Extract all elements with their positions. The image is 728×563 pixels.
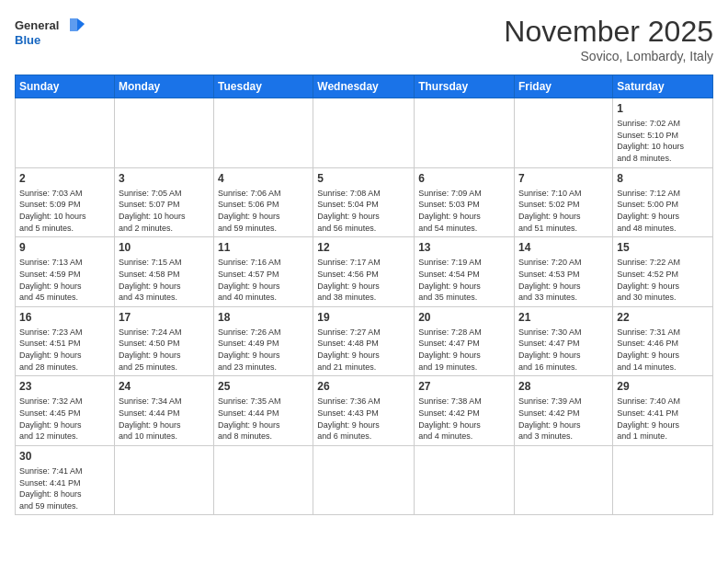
day-info: Sunrise: 7:19 AM Sunset: 4:54 PM Dayligh… — [418, 257, 510, 303]
month-title: November 2025 — [504, 15, 713, 49]
calendar-cell — [313, 98, 415, 168]
day-info: Sunrise: 7:05 AM Sunset: 5:07 PM Dayligh… — [119, 188, 210, 234]
calendar-cell — [515, 445, 613, 515]
page-header: General Blue November 2025 Sovico, Lomba… — [15, 15, 713, 63]
day-number: 25 — [218, 379, 309, 394]
day-number: 4 — [218, 171, 309, 186]
day-info: Sunrise: 7:26 AM Sunset: 4:49 PM Dayligh… — [218, 327, 309, 373]
calendar-cell: 21Sunrise: 7:30 AM Sunset: 4:47 PM Dayli… — [515, 306, 613, 376]
day-number: 20 — [418, 310, 510, 325]
day-info: Sunrise: 7:15 AM Sunset: 4:58 PM Dayligh… — [119, 257, 210, 303]
day-number: 24 — [119, 379, 210, 394]
calendar-cell: 25Sunrise: 7:35 AM Sunset: 4:44 PM Dayli… — [214, 376, 313, 446]
calendar-cell: 7Sunrise: 7:10 AM Sunset: 5:02 PM Daylig… — [515, 167, 613, 237]
svg-text:Blue: Blue — [15, 33, 40, 47]
day-info: Sunrise: 7:02 AM Sunset: 5:10 PM Dayligh… — [617, 118, 709, 164]
calendar-week-row: 23Sunrise: 7:32 AM Sunset: 4:45 PM Dayli… — [16, 376, 713, 446]
day-number: 15 — [617, 240, 709, 255]
day-number: 5 — [317, 171, 410, 186]
svg-rect-3 — [70, 18, 77, 31]
calendar-cell — [214, 445, 313, 515]
svg-marker-2 — [77, 18, 85, 31]
location: Sovico, Lombardy, Italy — [504, 49, 713, 63]
calendar-cell: 3Sunrise: 7:05 AM Sunset: 5:07 PM Daylig… — [114, 167, 213, 237]
day-number: 12 — [317, 240, 410, 255]
day-header-monday: Monday — [114, 75, 213, 98]
calendar-week-row: 9Sunrise: 7:13 AM Sunset: 4:59 PM Daylig… — [16, 237, 713, 307]
day-info: Sunrise: 7:13 AM Sunset: 4:59 PM Dayligh… — [19, 257, 110, 303]
day-number: 26 — [317, 379, 410, 394]
day-info: Sunrise: 7:22 AM Sunset: 4:52 PM Dayligh… — [617, 257, 709, 303]
calendar-cell: 6Sunrise: 7:09 AM Sunset: 5:03 PM Daylig… — [415, 167, 515, 237]
day-info: Sunrise: 7:39 AM Sunset: 4:42 PM Dayligh… — [518, 396, 609, 442]
day-info: Sunrise: 7:31 AM Sunset: 4:46 PM Dayligh… — [617, 327, 709, 373]
day-number: 18 — [218, 310, 309, 325]
calendar-cell: 2Sunrise: 7:03 AM Sunset: 5:09 PM Daylig… — [16, 167, 115, 237]
day-number: 30 — [19, 449, 110, 464]
day-number: 2 — [19, 171, 110, 186]
day-info: Sunrise: 7:38 AM Sunset: 4:42 PM Dayligh… — [418, 396, 510, 442]
calendar-cell — [415, 445, 515, 515]
calendar-cell — [613, 445, 713, 515]
calendar-cell: 11Sunrise: 7:16 AM Sunset: 4:57 PM Dayli… — [214, 237, 313, 307]
day-info: Sunrise: 7:09 AM Sunset: 5:03 PM Dayligh… — [418, 188, 510, 234]
calendar-cell: 18Sunrise: 7:26 AM Sunset: 4:49 PM Dayli… — [214, 306, 313, 376]
day-number: 14 — [518, 240, 609, 255]
day-number: 8 — [617, 171, 709, 186]
day-info: Sunrise: 7:16 AM Sunset: 4:57 PM Dayligh… — [218, 257, 309, 303]
day-info: Sunrise: 7:32 AM Sunset: 4:45 PM Dayligh… — [19, 396, 110, 442]
day-header-thursday: Thursday — [415, 75, 515, 98]
calendar-cell: 12Sunrise: 7:17 AM Sunset: 4:56 PM Dayli… — [313, 237, 415, 307]
logo: General Blue — [15, 15, 88, 52]
day-info: Sunrise: 7:06 AM Sunset: 5:06 PM Dayligh… — [218, 188, 309, 234]
day-number: 16 — [19, 310, 110, 325]
calendar-cell: 27Sunrise: 7:38 AM Sunset: 4:42 PM Dayli… — [415, 376, 515, 446]
day-header-friday: Friday — [515, 75, 613, 98]
day-header-wednesday: Wednesday — [313, 75, 415, 98]
calendar-week-row: 1Sunrise: 7:02 AM Sunset: 5:10 PM Daylig… — [16, 98, 713, 168]
day-header-saturday: Saturday — [613, 75, 713, 98]
day-number: 17 — [119, 310, 210, 325]
calendar-cell: 23Sunrise: 7:32 AM Sunset: 4:45 PM Dayli… — [16, 376, 115, 446]
calendar-cell: 16Sunrise: 7:23 AM Sunset: 4:51 PM Dayli… — [16, 306, 115, 376]
calendar-cell: 9Sunrise: 7:13 AM Sunset: 4:59 PM Daylig… — [16, 237, 115, 307]
day-info: Sunrise: 7:17 AM Sunset: 4:56 PM Dayligh… — [317, 257, 410, 303]
calendar-cell: 29Sunrise: 7:40 AM Sunset: 4:41 PM Dayli… — [613, 376, 713, 446]
day-number: 19 — [317, 310, 410, 325]
calendar-cell: 5Sunrise: 7:08 AM Sunset: 5:04 PM Daylig… — [313, 167, 415, 237]
calendar-cell: 13Sunrise: 7:19 AM Sunset: 4:54 PM Dayli… — [415, 237, 515, 307]
calendar-cell: 10Sunrise: 7:15 AM Sunset: 4:58 PM Dayli… — [114, 237, 213, 307]
calendar-cell — [16, 98, 115, 168]
general-blue-logo: General Blue — [15, 15, 88, 52]
day-number: 23 — [19, 379, 110, 394]
calendar-cell: 15Sunrise: 7:22 AM Sunset: 4:52 PM Dayli… — [613, 237, 713, 307]
day-info: Sunrise: 7:40 AM Sunset: 4:41 PM Dayligh… — [617, 396, 709, 442]
calendar-cell: 20Sunrise: 7:28 AM Sunset: 4:47 PM Dayli… — [415, 306, 515, 376]
calendar-cell — [415, 98, 515, 168]
calendar-cell: 17Sunrise: 7:24 AM Sunset: 4:50 PM Dayli… — [114, 306, 213, 376]
day-number: 1 — [617, 101, 709, 116]
calendar-cell: 22Sunrise: 7:31 AM Sunset: 4:46 PM Dayli… — [613, 306, 713, 376]
calendar-cell — [313, 445, 415, 515]
day-info: Sunrise: 7:30 AM Sunset: 4:47 PM Dayligh… — [518, 327, 609, 373]
calendar-cell — [114, 98, 213, 168]
calendar-cell: 14Sunrise: 7:20 AM Sunset: 4:53 PM Dayli… — [515, 237, 613, 307]
day-header-sunday: Sunday — [16, 75, 115, 98]
calendar-week-row: 30Sunrise: 7:41 AM Sunset: 4:41 PM Dayli… — [16, 445, 713, 515]
calendar-cell: 28Sunrise: 7:39 AM Sunset: 4:42 PM Dayli… — [515, 376, 613, 446]
day-info: Sunrise: 7:10 AM Sunset: 5:02 PM Dayligh… — [518, 188, 609, 234]
calendar-cell — [214, 98, 313, 168]
calendar-cell — [114, 445, 213, 515]
title-block: November 2025 Sovico, Lombardy, Italy — [504, 15, 713, 63]
day-info: Sunrise: 7:41 AM Sunset: 4:41 PM Dayligh… — [19, 465, 110, 511]
calendar-week-row: 2Sunrise: 7:03 AM Sunset: 5:09 PM Daylig… — [16, 167, 713, 237]
day-info: Sunrise: 7:12 AM Sunset: 5:00 PM Dayligh… — [617, 188, 709, 234]
day-info: Sunrise: 7:03 AM Sunset: 5:09 PM Dayligh… — [19, 188, 110, 234]
calendar-cell: 26Sunrise: 7:36 AM Sunset: 4:43 PM Dayli… — [313, 376, 415, 446]
calendar-cell — [515, 98, 613, 168]
day-number: 29 — [617, 379, 709, 394]
calendar-table: SundayMondayTuesdayWednesdayThursdayFrid… — [15, 75, 713, 515]
calendar-header-row: SundayMondayTuesdayWednesdayThursdayFrid… — [16, 75, 713, 98]
day-number: 21 — [518, 310, 609, 325]
day-info: Sunrise: 7:20 AM Sunset: 4:53 PM Dayligh… — [518, 257, 609, 303]
